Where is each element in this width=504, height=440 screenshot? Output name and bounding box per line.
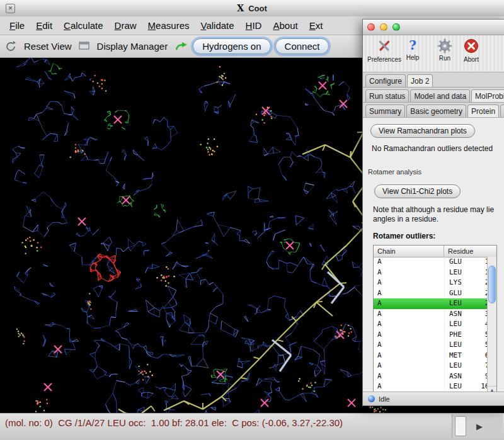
menu-item-file[interactable]: File: [4, 18, 30, 33]
menu-item-draw[interactable]: Draw: [109, 18, 142, 33]
residue-name-cell: GLU: [444, 288, 477, 299]
rotamer-outlier-row[interactable]: AGLU17: [374, 257, 487, 268]
chain-cell: A: [374, 278, 444, 288]
rotamer-table-body: AGLU17ALEU19ALYS21AGLU24ALEU27AASN32ALEU…: [374, 257, 487, 402]
rotamer-outlier-row[interactable]: ALEU74: [374, 361, 487, 371]
tab-protein[interactable]: Protein: [467, 104, 499, 118]
preferences-tools-icon: [376, 38, 392, 55]
window-title: Coot: [248, 4, 267, 13]
window-title-area: XCoot: [0, 0, 504, 17]
residue-name-cell: LYS: [444, 278, 477, 288]
run-gear-icon: [437, 38, 453, 54]
connect-button[interactable]: Connect: [275, 38, 329, 54]
table-scrollbar-thumb[interactable]: [488, 266, 496, 303]
residue-name-cell: ASN: [444, 309, 477, 320]
scroll-corner[interactable]: ▶: [452, 414, 503, 438]
table-header: Chain Residue: [374, 245, 496, 257]
menu-item-ext[interactable]: Ext: [304, 18, 329, 33]
reset-view-icon[interactable]: [5, 40, 17, 52]
tab-configure[interactable]: Configure: [365, 74, 406, 87]
dialog-toolbar: Preferences ? Help Run Abort: [363, 35, 504, 72]
tab-run-status[interactable]: Run status: [365, 89, 409, 102]
rotamer-outlier-row[interactable]: AMET63: [374, 351, 487, 361]
menu-item-about[interactable]: About: [267, 18, 303, 33]
display-manager-button[interactable]: Display Manager: [94, 40, 171, 53]
menu-item-edit[interactable]: Edit: [30, 18, 58, 33]
go-arrow-icon[interactable]: [175, 42, 188, 52]
menu-item-measures[interactable]: Measures: [142, 18, 195, 33]
validation-window: Preferences ? Help Run Abort: [362, 19, 504, 406]
rotamer-outlier-row[interactable]: AGLU24: [374, 288, 487, 299]
abort-button[interactable]: Abort: [457, 38, 485, 63]
chain-cell: A: [374, 381, 444, 392]
tab-summary[interactable]: Summary: [365, 104, 405, 117]
atom-status-text: (mol. no: 0) CG /1/A/27 LEU occ: 1.00 bf…: [0, 414, 504, 428]
hydrogens-toggle-button[interactable]: Hydrogens on: [193, 38, 270, 54]
residue-column-header[interactable]: Residue: [444, 245, 496, 257]
rotamer-outlier-row[interactable]: ALEU27: [374, 298, 487, 309]
coot-window: ✕ XCoot FileEditCalculateDrawMeasuresVal…: [0, 0, 504, 440]
menu-item-calculate[interactable]: Calculate: [58, 18, 109, 33]
table-scrollbar[interactable]: ▲▼: [487, 257, 496, 402]
scroll-right-arrow-icon[interactable]: ▶: [476, 422, 483, 431]
residue-name-cell: LEU: [444, 381, 477, 392]
rotamer-outlier-row[interactable]: AASN99: [374, 371, 487, 382]
tab-clipped[interactable]: C: [500, 104, 504, 117]
job-tab-row: Run status Model and data MolProbity: [363, 87, 504, 103]
help-label: Help: [406, 54, 420, 61]
chain-column-header[interactable]: Chain: [374, 245, 444, 257]
minimize-traffic-light[interactable]: [380, 23, 387, 31]
chain-cell: A: [374, 371, 444, 382]
top-tab-row: Configure Job 2: [363, 72, 504, 87]
rotamer-outlier-row[interactable]: APHE54: [374, 330, 487, 341]
preferences-button[interactable]: Preferences: [367, 38, 402, 63]
residue-name-cell: LEU: [444, 340, 477, 351]
close-traffic-light[interactable]: [367, 23, 375, 31]
chain-cell: A: [374, 257, 444, 268]
rotamer-outlier-row[interactable]: AASN32: [374, 309, 487, 320]
chain-cell: A: [374, 330, 444, 341]
help-question-icon: ?: [409, 38, 416, 54]
residue-name-cell: GLU: [444, 257, 477, 268]
view-ramachandran-plots-button[interactable]: View Ramachandran plots: [370, 124, 475, 138]
validation-tab-row: Summary Basic geometry Protein C: [363, 103, 504, 118]
tab-model-and-data[interactable]: Model and data: [410, 89, 470, 102]
display-manager-icon[interactable]: [79, 42, 90, 51]
rotamer-outlier-row[interactable]: ALEU40: [374, 319, 487, 330]
view-chi1-chi2-plots-button[interactable]: View Chi1-Chi2 plots: [374, 184, 461, 198]
dialog-status-text: Idle: [379, 395, 390, 403]
chain-cell: A: [374, 319, 444, 330]
chain-cell: A: [374, 298, 444, 309]
chain-cell: A: [374, 361, 444, 371]
status-sphere-icon: [368, 395, 375, 402]
rotamer-note-line1: Note that although a residue may lie: [373, 205, 504, 215]
chain-cell: A: [374, 340, 444, 351]
rotamer-outliers-table: Chain Residue AGLU17ALEU19ALYS21AGLU24AL…: [373, 245, 497, 402]
residue-name-cell: LEU: [444, 268, 477, 278]
chain-cell: A: [374, 268, 444, 278]
residue-name-cell: PHE: [444, 330, 477, 341]
run-button[interactable]: Run: [432, 38, 457, 62]
tab-basic-geometry[interactable]: Basic geometry: [406, 104, 466, 117]
chain-cell: A: [374, 288, 444, 299]
zoom-traffic-light[interactable]: [392, 23, 400, 31]
rotamer-outlier-row[interactable]: ALEU19: [374, 268, 487, 278]
menu-item-hid[interactable]: HID: [240, 18, 268, 33]
help-button[interactable]: ? Help: [402, 38, 423, 61]
status-bar: (mol. no: 0) CG /1/A/27 LEU occ: 1.00 bf…: [0, 413, 504, 440]
rotamer-outlier-row[interactable]: ALEU59: [374, 340, 487, 351]
abort-label: Abort: [464, 56, 479, 63]
rotamer-outlier-row[interactable]: ALYS21: [374, 278, 487, 288]
rotamer-analysis-label: Rotamer analysis: [368, 168, 504, 176]
reset-view-button[interactable]: Reset View: [21, 40, 74, 53]
tab-job-2[interactable]: Job 2: [407, 74, 433, 87]
title-bar: ✕ XCoot: [0, 0, 504, 17]
ramachandran-result-text: No Ramachandran outliers detected: [372, 144, 504, 153]
residue-name-cell: MET: [444, 351, 477, 361]
tab-molprobity[interactable]: MolProbity: [471, 89, 504, 103]
menu-item-validate[interactable]: Validate: [195, 18, 239, 33]
rotamer-outlier-row[interactable]: ALEU160: [374, 381, 487, 392]
scrollbar-thumb[interactable]: [455, 416, 466, 436]
residue-name-cell: ASN: [444, 371, 477, 382]
residue-name-cell: LEU: [444, 298, 477, 309]
